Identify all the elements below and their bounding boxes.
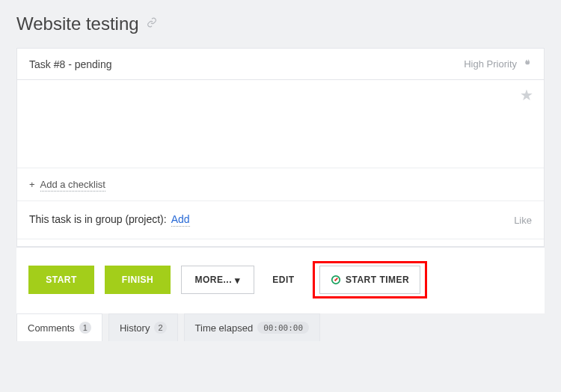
add-group-link[interactable]: Add bbox=[171, 213, 190, 227]
start-timer-button[interactable]: START TIMER bbox=[319, 266, 420, 294]
start-button[interactable]: START bbox=[28, 266, 94, 294]
tab-comments-count: 1 bbox=[79, 322, 91, 334]
fire-icon bbox=[521, 58, 532, 70]
star-icon[interactable]: ★ bbox=[520, 87, 533, 103]
page-title: Website testing bbox=[16, 13, 139, 34]
tab-comments-label: Comments bbox=[28, 322, 75, 334]
edit-button[interactable]: EDIT bbox=[265, 266, 302, 294]
link-icon[interactable] bbox=[147, 17, 157, 31]
tab-comments[interactable]: Comments 1 bbox=[16, 313, 102, 341]
finish-button[interactable]: FINISH bbox=[105, 266, 171, 294]
task-title: Task #8 - pending bbox=[29, 58, 112, 70]
priority-label: High Priority bbox=[464, 58, 517, 70]
tab-time-elapsed[interactable]: Time elapsed 00:00:00 bbox=[184, 313, 321, 341]
group-label: This task is in group (project): bbox=[29, 213, 167, 225]
tab-history[interactable]: History 2 bbox=[108, 313, 178, 341]
start-timer-highlight: START TIMER bbox=[313, 261, 427, 298]
chevron-down-icon: ▾ bbox=[235, 275, 241, 286]
add-checklist-link[interactable]: Add a checklist bbox=[40, 179, 105, 192]
priority-badge: High Priority bbox=[464, 58, 532, 70]
tab-time-elapsed-value: 00:00:00 bbox=[257, 322, 309, 334]
timer-icon bbox=[331, 275, 341, 285]
like-button[interactable]: Like bbox=[514, 215, 532, 226]
tab-history-count: 2 bbox=[154, 322, 166, 334]
tab-history-label: History bbox=[120, 322, 150, 334]
start-timer-label: START TIMER bbox=[346, 275, 409, 285]
more-label: MORE... bbox=[194, 275, 232, 285]
plus-icon: + bbox=[29, 179, 35, 190]
task-description bbox=[17, 104, 544, 168]
more-button[interactable]: MORE... ▾ bbox=[181, 266, 254, 294]
tab-time-elapsed-label: Time elapsed bbox=[195, 322, 254, 334]
